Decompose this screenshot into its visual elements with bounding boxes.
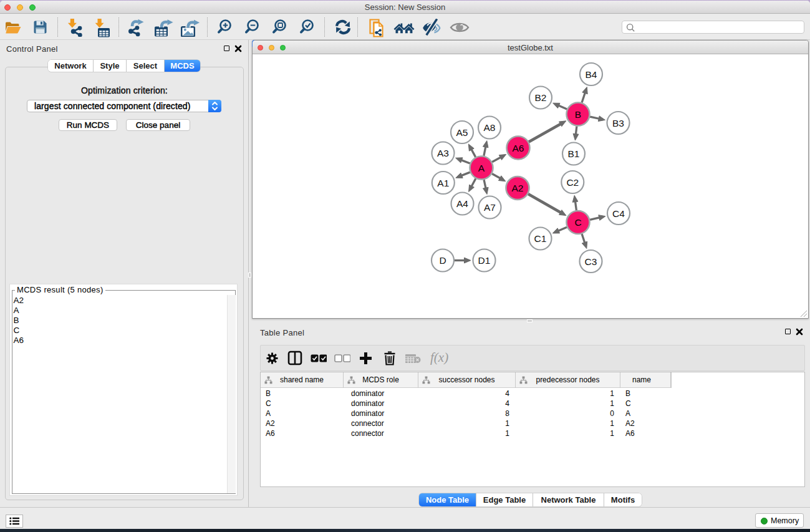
svg-text:D: D <box>439 255 446 266</box>
svg-text:A4: A4 <box>456 198 468 209</box>
svg-text:C: C <box>574 217 581 228</box>
svg-text:A3: A3 <box>437 148 449 158</box>
svg-text:A5: A5 <box>456 127 468 138</box>
svg-text:A: A <box>478 163 485 173</box>
svg-text:D1: D1 <box>478 255 491 266</box>
svg-text:B3: B3 <box>612 118 624 128</box>
svg-text:B1: B1 <box>568 148 580 159</box>
svg-text:C4: C4 <box>612 208 625 219</box>
svg-text:A6: A6 <box>513 143 524 153</box>
svg-text:A7: A7 <box>484 202 496 213</box>
svg-text:A2: A2 <box>512 183 524 193</box>
svg-text:B4: B4 <box>586 69 597 80</box>
svg-text:B: B <box>575 109 581 120</box>
svg-text:C1: C1 <box>534 233 547 244</box>
svg-text:A8: A8 <box>484 122 496 133</box>
svg-text:C2: C2 <box>566 177 579 188</box>
svg-text:C3: C3 <box>585 256 597 267</box>
svg-text:A1: A1 <box>437 178 449 188</box>
svg-text:B2: B2 <box>535 92 547 103</box>
